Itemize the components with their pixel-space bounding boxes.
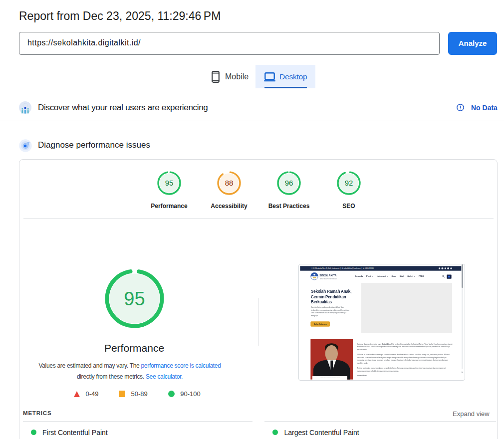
svg-text:95: 95 — [165, 179, 174, 187]
svg-text:88: 88 — [225, 179, 234, 187]
svg-text:96: 96 — [285, 179, 293, 187]
svg-text:92: 92 — [345, 179, 353, 187]
svg-text:95: 95 — [124, 288, 145, 309]
